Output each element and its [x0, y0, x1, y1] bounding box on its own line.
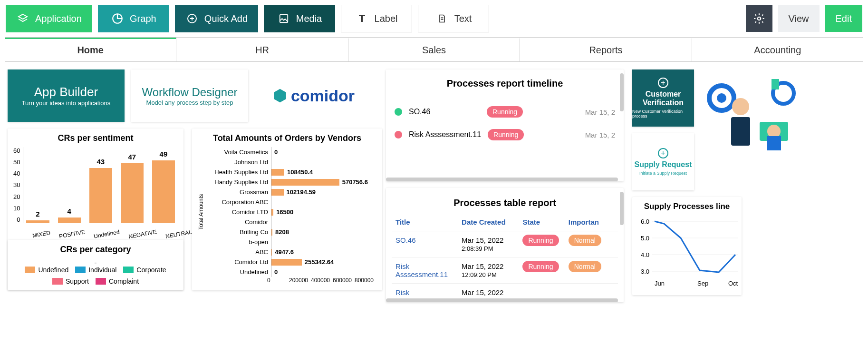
scrollbar-h[interactable] — [386, 178, 618, 181]
timeline-row[interactable]: SO.46 Running Mar 15, 2 — [392, 100, 618, 123]
customer-verification-tile[interactable]: + Customer Verification New Customer Ver… — [632, 69, 694, 127]
quick-add-button[interactable]: Quick Add — [175, 5, 258, 32]
column-1: App Builder Turn your ideas into applica… — [8, 69, 382, 302]
processes-table-title: Processes table report — [392, 198, 618, 208]
page-tabs: Home HR Sales Reports Accounting — [5, 37, 863, 62]
text-label: Text — [454, 13, 472, 24]
th-state[interactable]: State — [522, 218, 568, 226]
layers-icon — [16, 12, 29, 25]
tab-accounting[interactable]: Accounting — [692, 38, 863, 61]
scrollbar-h[interactable] — [386, 298, 618, 302]
table-row[interactable]: Risk Asssessment.11 Mar 15, 202212:09:20… — [392, 257, 618, 284]
crs-category-card: CRs per category - UndefinedIndividualCo… — [8, 240, 183, 290]
quick-add-label: Quick Add — [204, 13, 248, 24]
svg-rect-11 — [772, 79, 779, 89]
view-button[interactable]: View — [778, 5, 820, 32]
th-title[interactable]: Title — [395, 218, 462, 226]
vendor-row: Undefined0 — [204, 267, 376, 277]
th-date[interactable]: Date Created — [462, 218, 522, 226]
graph-button[interactable]: Graph — [98, 5, 169, 32]
th-importance[interactable]: Importan — [569, 218, 614, 226]
svg-rect-9 — [731, 117, 750, 146]
table-row[interactable]: SO.46 Mar 15, 20222:08:39 PM Running Nor… — [392, 231, 618, 257]
crs-sentiment-title: CRs per sentiment — [13, 133, 178, 143]
media-button[interactable]: Media — [264, 5, 335, 32]
svg-point-6 — [717, 93, 726, 103]
media-label: Media — [296, 13, 322, 24]
svg-text:Jun: Jun — [655, 280, 665, 287]
application-button[interactable]: Application — [6, 5, 92, 32]
gear-icon — [753, 12, 765, 25]
plus-icon: + — [658, 148, 668, 158]
state-pill: Running — [487, 106, 523, 118]
column-4: + Customer Verification New Customer Ver… — [632, 69, 802, 302]
scrollbar-v[interactable] — [620, 73, 624, 111]
bar: 2 — [26, 220, 49, 223]
plus-circle-icon — [185, 12, 199, 25]
supply-line-chart: 6.0 5.0 4.0 3.0 Jun Sep Oct — [638, 214, 738, 290]
status-dot — [395, 131, 402, 138]
app-builder-tile[interactable]: App Builder Turn your ideas into applica… — [8, 69, 125, 122]
toolbar: Application Graph Quick Add Media T Labe… — [0, 0, 868, 37]
sr-sub: Initiate a Supply Request — [639, 171, 687, 176]
label-button[interactable]: T Label — [341, 5, 412, 32]
app-builder-title: App Builder — [34, 85, 98, 99]
crs-category-legend: UndefinedIndividualCorporateSupportCompl… — [13, 266, 178, 285]
workflow-sub: Model any process step by step — [146, 99, 233, 106]
supply-request-tile[interactable]: + Supply Request Initiate a Supply Reque… — [632, 133, 694, 190]
svg-text:3.0: 3.0 — [641, 268, 649, 275]
tab-home[interactable]: Home — [5, 38, 176, 61]
illustration — [703, 69, 802, 160]
legend-item: Complaint — [96, 277, 139, 285]
svg-text:5.0: 5.0 — [641, 235, 649, 242]
svg-point-12 — [767, 125, 781, 138]
bar: 43 — [89, 168, 112, 223]
crs-category-title: CRs per category — [13, 245, 178, 255]
brand-logo: comidor — [255, 69, 372, 122]
vendors-card: Total Amounts of Orders by Vendors Total… — [192, 129, 382, 290]
vendors-ylabel: Total Amounts — [198, 147, 204, 277]
timeline-rows: SO.46 Running Mar 15, 2 Risk Asssessment… — [392, 100, 618, 146]
legend-item: Individual — [75, 266, 116, 274]
tab-sales[interactable]: Sales — [348, 38, 520, 61]
vendor-row: Comidor Ltd255342.64 — [204, 257, 376, 267]
vendor-row: Health Supplies Ltd108450.4 — [204, 167, 376, 177]
status-dot — [395, 108, 402, 116]
timeline-row[interactable]: Risk Asssessment.11 Running Mar 15, 2 — [392, 123, 618, 146]
workflow-tile[interactable]: Workflow Designer Model any process step… — [131, 69, 248, 122]
column-3: Processes report timeline SO.46 Running … — [386, 69, 624, 302]
crs-bars: 24434749 — [23, 147, 178, 223]
vendor-row: Grossman102194.59 — [204, 187, 376, 197]
view-label: View — [789, 13, 809, 24]
svg-text:4.0: 4.0 — [641, 251, 649, 258]
timeline-card: Processes report timeline SO.46 Running … — [386, 69, 624, 181]
scrollbar-v[interactable] — [620, 192, 624, 225]
timeline-title: Processes report timeline — [392, 78, 618, 89]
svg-point-3 — [757, 17, 761, 20]
vendor-row: Voila Cosmetics0 — [204, 147, 376, 157]
tab-reports[interactable]: Reports — [520, 38, 692, 61]
svg-text:Oct: Oct — [728, 280, 738, 287]
supply-line-card: Supply Processes line 6.0 5.0 4.0 3.0 Ju… — [632, 197, 742, 295]
brand-text: comidor — [291, 87, 355, 105]
edit-button[interactable]: Edit — [825, 5, 862, 32]
supply-line-title: Supply Processes line — [638, 202, 736, 211]
settings-button[interactable] — [746, 5, 772, 32]
tab-hr[interactable]: HR — [176, 38, 348, 61]
crs-categories: MIXEDPOSITIVEUndefinedNEGATIVENEUTRAL — [13, 231, 178, 237]
workflow-title: Workflow Designer — [142, 86, 238, 99]
state-pill: Running — [488, 129, 524, 140]
vendor-row: Johnson Ltd — [204, 157, 376, 167]
vendor-row: Handy Supplies Ltd570756.6 — [204, 177, 376, 187]
vendors-xaxis: 0 200000 400000 600000 800000 — [198, 277, 376, 284]
svg-rect-2 — [280, 15, 288, 23]
text-button[interactable]: Text — [418, 5, 489, 32]
sr-title: Supply Request — [635, 160, 692, 169]
dashboard-canvas: App Builder Turn your ideas into applica… — [0, 62, 868, 310]
app-builder-sub: Turn your ideas into applications — [22, 99, 111, 107]
vendor-row: Comidor LTD16500 — [204, 207, 376, 217]
vendor-row: Britling Co8208 — [204, 227, 376, 237]
label-label: Label — [375, 13, 398, 24]
legend-item: Support — [52, 277, 89, 285]
graph-label: Graph — [130, 13, 156, 24]
